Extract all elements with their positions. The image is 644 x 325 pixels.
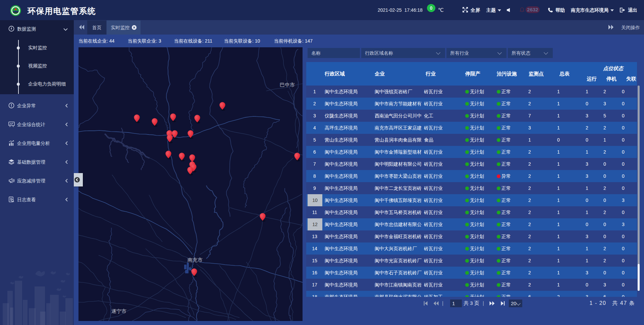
svg-text:南充市: 南充市 [187, 257, 203, 263]
svg-text:遂宁市: 遂宁市 [111, 308, 126, 314]
svg-text:巴中市: 巴中市 [280, 82, 295, 88]
